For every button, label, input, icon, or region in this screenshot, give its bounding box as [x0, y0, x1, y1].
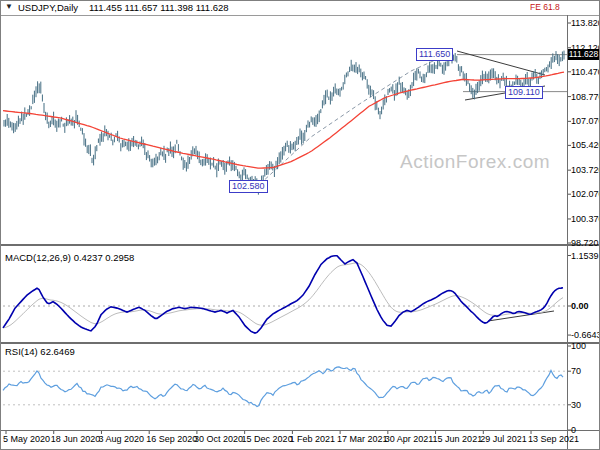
chevron-down-icon[interactable]: ▼	[5, 2, 13, 11]
ohlc-values: 111.455 111.657 111.398 111.628	[89, 2, 229, 13]
x-axis-date-label: 17 Mar 2021	[337, 434, 388, 444]
x-axis-date-label: 16 Sep 2020	[146, 434, 197, 444]
x-axis-date-label: 13 Sep 2021	[528, 434, 579, 444]
fib-extension-label: FE 61.8	[530, 2, 560, 12]
panel-divider-macd[interactable]	[1, 244, 600, 246]
macd-axis-label: 0.00	[571, 301, 589, 311]
macd-main-line	[3, 256, 563, 333]
price-axis-label: 100.370	[571, 214, 600, 224]
price-axis-label: 98.720	[571, 238, 599, 248]
x-axis-date-label: 15 Dec 2020	[242, 434, 293, 444]
title-bar: ▼ USDJPY,Daily 111.455 111.657 111.398 1…	[1, 1, 599, 15]
price-chart-canvas[interactable]	[1, 1, 600, 450]
price-axis-label: 103.720	[571, 165, 600, 175]
price-axis-label: 105.420	[571, 140, 600, 150]
price-bars	[4, 51, 564, 195]
chart-window: ActionForex.com ▼ USDJPY,Daily 111.455 1…	[0, 0, 600, 450]
x-axis-date-label: 3 Aug 2020	[99, 434, 145, 444]
price-axis-label: 110.470	[571, 67, 600, 77]
x-axis-date-label: 30 Apr 2021	[385, 434, 434, 444]
rsi-axis-label: 70	[571, 366, 581, 376]
price-axis-label: 107.070	[571, 116, 600, 126]
title-divider	[1, 15, 600, 16]
rsi-axis-label: 100	[571, 341, 586, 351]
rsi-axis-label: 30	[571, 400, 581, 410]
x-axis-date-label: 29 Jul 2021	[480, 434, 527, 444]
low-level-label[interactable]: 102.580	[229, 180, 268, 193]
macd-axis-label: -0.6643	[571, 330, 600, 340]
x-axis-date-label: 18 Jun 2020	[51, 434, 101, 444]
resistance-level-label[interactable]: 111.650	[416, 48, 453, 61]
rsi-line	[3, 367, 563, 407]
rsi-indicator-label: RSI(14) 62.6469	[5, 346, 75, 357]
macd-axis-label: 1.1539	[571, 251, 599, 261]
macd-indicator-label: MACD(12,26,9) 0.4237 0.2958	[5, 252, 134, 263]
price-axis-label: 102.070	[571, 189, 600, 199]
price-axis-label: 108.770	[571, 92, 600, 102]
price-axis-label: 113.820	[571, 18, 600, 28]
symbol-title: USDJPY,Daily	[18, 2, 78, 13]
x-axis-date-label: 15 Jun 2021	[433, 434, 483, 444]
x-axis-date-label: 30 Oct 2020	[194, 434, 243, 444]
current-price-tag: 111.628	[568, 49, 599, 60]
panel-divider-rsi[interactable]	[1, 342, 600, 344]
axis-divider	[1, 430, 600, 431]
y-axis-border	[567, 1, 568, 449]
support-level-label[interactable]: 109.110	[505, 86, 543, 99]
x-axis-date-label: 5 May 2020	[3, 434, 50, 444]
x-axis-date-label: 1 Feb 2021	[289, 434, 335, 444]
